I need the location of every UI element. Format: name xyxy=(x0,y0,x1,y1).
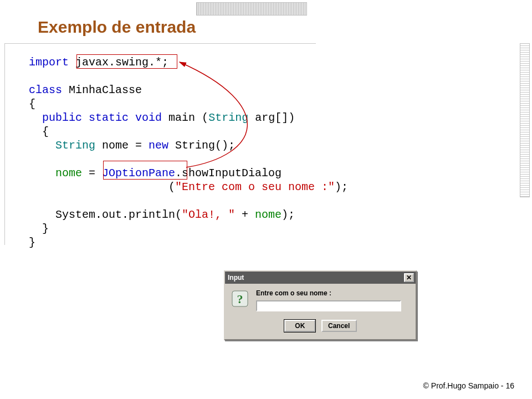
cancel-button[interactable]: Cancel xyxy=(321,320,357,332)
svg-text:?: ? xyxy=(237,292,243,306)
arg-rest: arg[]) xyxy=(248,111,295,124)
pane-dot: . xyxy=(175,167,182,180)
decl-type: String xyxy=(55,139,95,152)
dialog-titlebar: Input ✕ xyxy=(225,272,416,284)
ok-button-label: OK xyxy=(284,320,315,332)
print-call: System.out.println( xyxy=(55,208,182,221)
pane-args-open: ( xyxy=(168,181,175,193)
dialog-button-row: OK Cancel xyxy=(231,319,410,332)
close-icon: ✕ xyxy=(406,274,412,282)
decl-rest: nome = xyxy=(95,139,149,152)
pane-class: JOptionPane xyxy=(102,167,175,180)
main-name: main xyxy=(168,111,195,124)
slide-footer: © Prof.Hugo Sampaio - 16 xyxy=(423,381,514,390)
print-var: nome xyxy=(255,208,282,221)
close-button[interactable]: ✕ xyxy=(404,273,414,282)
brace-open-1: { xyxy=(29,98,35,110)
class-name: MinhaClasse xyxy=(69,84,142,96)
brace-open-2: { xyxy=(42,125,49,138)
ok-button[interactable]: OK xyxy=(284,319,316,332)
kw-import: import xyxy=(29,56,69,69)
print-literal: "Ola!, " xyxy=(182,208,235,221)
slide: Exemplo de entrada import javax.swing.*;… xyxy=(0,0,532,399)
dialog-fields: Entre com o seu nome : xyxy=(256,289,410,311)
main-modifiers: public static void xyxy=(42,111,162,124)
dialog-body: ? Entre com o seu nome : OK Cancel xyxy=(225,284,416,339)
dialog-content: ? Entre com o seu nome : xyxy=(231,289,410,311)
main-paren-open: ( xyxy=(202,111,208,124)
new-call: String(); xyxy=(168,139,235,152)
code-block: import javax.swing.*; class MinhaClasse … xyxy=(29,55,348,249)
brace-close-2: } xyxy=(42,222,49,235)
arg-type: String xyxy=(208,111,248,124)
decor-right-hatch xyxy=(520,43,530,197)
kw-class: class xyxy=(29,84,62,96)
print-concat: + xyxy=(235,208,255,221)
import-target: javax.swing.*; xyxy=(75,56,168,69)
assign-lhs: nome xyxy=(55,167,82,180)
assign-eq: = xyxy=(82,167,102,180)
pane-literal: "Entre com o seu nome :" xyxy=(175,181,335,193)
pane-args-close: ); xyxy=(335,181,348,193)
decor-title-rule xyxy=(4,43,316,44)
pane-method: showInputDialog xyxy=(182,167,282,180)
slide-title: Exemplo de entrada xyxy=(38,18,196,37)
input-dialog: Input ✕ ? Entre com o seu nome : OK xyxy=(224,270,417,340)
brace-close-1: } xyxy=(29,236,35,249)
print-close: ); xyxy=(282,208,295,221)
dialog-title: Input xyxy=(227,274,244,282)
question-icon: ? xyxy=(231,289,250,309)
decor-left-rule xyxy=(4,43,5,245)
name-input[interactable] xyxy=(256,300,401,311)
kw-new: new xyxy=(149,139,168,152)
decor-top-bar xyxy=(196,2,307,16)
dialog-label: Entre com o seu nome : xyxy=(256,289,410,297)
